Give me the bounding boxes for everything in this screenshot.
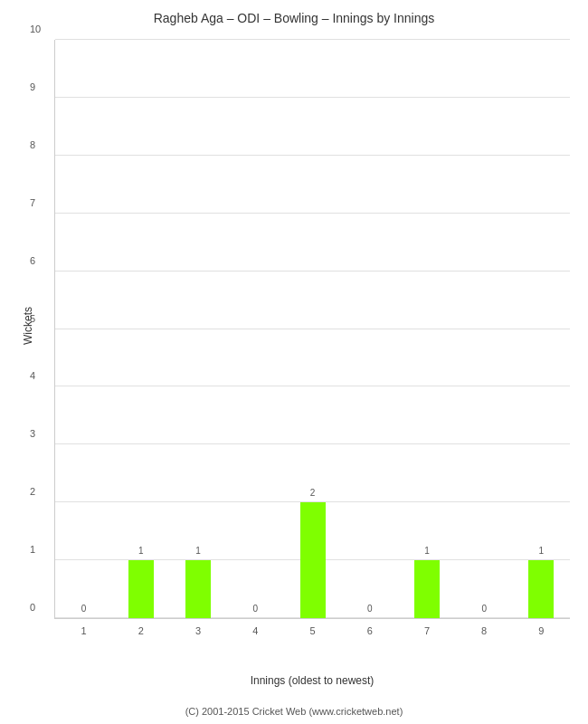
y-tick-label: 10: [30, 24, 41, 34]
grid-line: [55, 97, 570, 98]
bar-value-label: 1: [528, 546, 554, 556]
x-axis-title: Innings (oldest to newest): [251, 674, 375, 687]
bar-value-label: 0: [471, 604, 497, 614]
grid-line: [55, 443, 570, 444]
bar-value-label: 0: [242, 604, 268, 614]
x-tick-label: 2: [128, 625, 154, 636]
bar: [128, 560, 154, 618]
bar-value-label: 0: [71, 604, 97, 614]
bar: [185, 560, 211, 618]
bar-value-label: 1: [185, 546, 211, 556]
bar: [300, 502, 326, 618]
chart-title: Ragheb Aga – ODI – Bowling – Innings by …: [0, 0, 588, 31]
y-tick-label: 5: [30, 313, 35, 324]
chart-container: Ragheb Aga – ODI – Bowling – Innings by …: [0, 0, 588, 724]
grid-line: [55, 213, 570, 214]
grid-line: [55, 39, 570, 40]
grid-line: [55, 155, 570, 156]
grid-line: [55, 329, 570, 329]
y-tick-label: 9: [30, 81, 35, 92]
y-tick-label: 3: [30, 428, 35, 439]
y-tick-label: 1: [30, 544, 35, 555]
grid-line: [55, 386, 570, 386]
y-tick-label: 2: [30, 486, 35, 497]
bar-value-label: 0: [357, 604, 383, 614]
y-tick-label: 7: [30, 197, 35, 208]
x-tick-label: 6: [357, 625, 383, 636]
x-tick-label: 8: [471, 625, 497, 636]
x-tick-label: 1: [71, 625, 97, 636]
bar: [528, 560, 554, 618]
footer: (C) 2001-2015 Cricket Web (www.cricketwe…: [0, 700, 588, 724]
plot-area: 012345678910011213042506170819: [54, 40, 570, 619]
bar: [414, 560, 440, 618]
x-tick-label: 5: [300, 625, 326, 636]
y-tick-label: 8: [30, 139, 35, 150]
x-tick-label: 3: [185, 625, 211, 636]
bar-value-label: 2: [300, 488, 326, 498]
y-tick-label: 6: [30, 255, 35, 266]
bar-value-label: 1: [128, 546, 154, 556]
x-tick-label: 4: [242, 625, 268, 636]
x-tick-label: 9: [528, 625, 554, 636]
y-tick-label: 0: [30, 602, 35, 613]
grid-line: [55, 271, 570, 272]
bar-value-label: 1: [414, 546, 440, 556]
y-tick-label: 4: [30, 370, 35, 381]
x-tick-label: 7: [414, 625, 440, 636]
chart-area: Wickets 012345678910011213042506170819 I…: [54, 31, 570, 646]
